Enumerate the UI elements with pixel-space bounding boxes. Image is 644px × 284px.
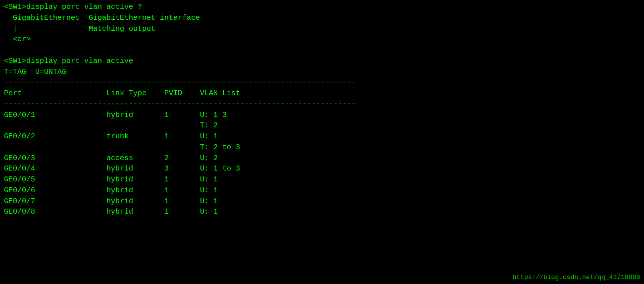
terminal-window: <SW1>display port vlan active ? GigabitE… — [0, 0, 644, 220]
watermark: https://blog.csdn.net/qq_43710889 — [513, 274, 640, 281]
terminal-output: <SW1>display port vlan active ? GigabitE… — [4, 2, 640, 218]
